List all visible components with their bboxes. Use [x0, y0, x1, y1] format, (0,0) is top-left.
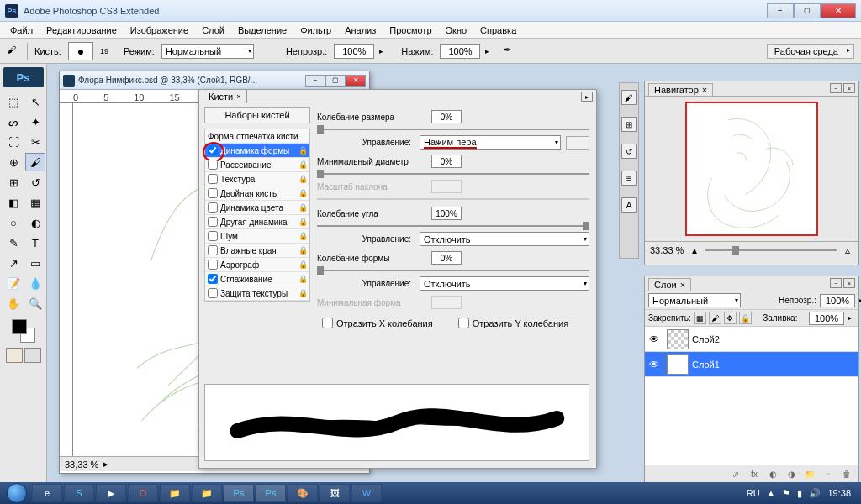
adjustment-layer-icon[interactable]: ◑ [784, 468, 798, 481]
layer-mask-icon[interactable]: ◐ [766, 468, 779, 481]
move-tool[interactable]: ⬚ [3, 92, 24, 111]
angle-jitter-value[interactable]: 100% [431, 207, 462, 220]
lock-pixels-icon[interactable]: 🖌 [709, 312, 721, 324]
zoom-in-button[interactable]: ▵ [842, 244, 853, 256]
taskbar-photoshop-icon[interactable]: Ps [224, 484, 254, 502]
brush-option-row[interactable]: Динамика формы🔒 [205, 144, 309, 158]
blend-mode-dropdown[interactable]: Нормальный [161, 44, 254, 59]
dock-clone-icon[interactable]: ⊞ [621, 117, 637, 132]
size-jitter-slider[interactable] [317, 129, 589, 130]
start-button[interactable] [3, 482, 30, 504]
menu-help[interactable]: Справка [473, 24, 523, 37]
close-icon[interactable]: × [702, 85, 707, 95]
brush-option-row[interactable]: Сглаживание🔒 [205, 272, 309, 286]
heal-tool[interactable]: ⊕ [3, 153, 24, 171]
lock-position-icon[interactable]: ✥ [724, 312, 737, 324]
taskbar-paint-icon[interactable]: 🖼 [320, 484, 350, 502]
shape-tool[interactable]: ▭ [25, 254, 45, 272]
menu-window[interactable]: Окно [439, 24, 474, 37]
brush-option-row[interactable]: Шум🔒 [205, 229, 309, 244]
layer-name[interactable]: Слой2 [692, 334, 720, 344]
tray-lang[interactable]: RU [747, 488, 760, 498]
panel-close-button[interactable]: × [843, 83, 855, 93]
new-layer-icon[interactable]: ▫ [821, 468, 835, 481]
tray-battery-icon[interactable]: ▮ [797, 488, 802, 499]
layers-tab[interactable]: Слои× [648, 278, 691, 291]
zoom-tool[interactable]: 🔍 [25, 294, 45, 312]
layer-opacity-input[interactable]: 100% [820, 294, 855, 307]
window-close-button[interactable] [821, 3, 856, 18]
eraser-tool[interactable]: ◧ [3, 193, 24, 212]
doc-maximize-button[interactable]: ▢ [325, 75, 346, 87]
stamp-tool[interactable]: ⊞ [3, 173, 24, 192]
navigator-tab[interactable]: Навигатор× [648, 83, 713, 96]
taskbar-media-icon[interactable]: ▶ [96, 484, 126, 502]
opacity-input[interactable]: 100% [334, 44, 374, 59]
new-group-icon[interactable]: 📁 [803, 468, 816, 481]
gradient-tool[interactable]: ▦ [25, 193, 45, 212]
workspace-button[interactable]: Рабочая среда [767, 44, 854, 59]
flow-input[interactable]: 100% [440, 44, 480, 59]
brush-option-row[interactable]: Влажные края🔒 [205, 244, 309, 258]
layer-style-icon[interactable]: fx [747, 468, 761, 481]
navigator-thumbnail[interactable] [685, 102, 818, 236]
menu-layer[interactable]: Слой [195, 24, 231, 37]
close-icon[interactable]: × [680, 280, 685, 290]
brush-presets-button[interactable]: Наборы кистей [204, 107, 310, 123]
brush-tool[interactable]: 🖌 [25, 153, 45, 171]
brush-option-row[interactable]: Форма отпечатка кисти [205, 129, 309, 144]
brush-option-checkbox[interactable] [208, 174, 218, 184]
size-jitter-value[interactable]: 0% [431, 110, 462, 123]
min-diameter-slider[interactable] [317, 173, 589, 175]
zoom-status[interactable]: 33,33 % [65, 459, 98, 470]
tray-flag-icon[interactable]: ▲ [767, 488, 776, 498]
wand-tool[interactable]: ✦ [25, 113, 45, 131]
size-control-extra-button[interactable] [566, 136, 589, 150]
navigator-zoom-value[interactable]: 33.33 % [650, 245, 684, 255]
brush-option-checkbox[interactable] [208, 160, 218, 170]
marquee-tool[interactable]: ↖ [25, 92, 45, 111]
tray-clock[interactable]: 19:38 [827, 488, 851, 498]
link-layers-icon[interactable]: ⬀ [729, 468, 742, 481]
panel-collapse-button[interactable]: − [830, 83, 842, 93]
layer-visibility-icon[interactable]: 👁 [645, 352, 663, 376]
layer-row[interactable]: 👁Слой1 [645, 352, 858, 377]
brush-option-row[interactable]: Защита текстуры🔒 [205, 286, 309, 301]
doc-minimize-button[interactable]: − [305, 75, 325, 87]
layer-thumbnail[interactable] [667, 329, 689, 349]
dodge-tool[interactable]: ◐ [25, 213, 45, 232]
roundness-jitter-slider[interactable] [317, 270, 589, 271]
window-maximize-button[interactable] [794, 3, 821, 18]
pen-tool[interactable]: ✎ [3, 234, 24, 252]
taskbar-explorer-icon[interactable]: 📁 [160, 484, 190, 502]
type-tool[interactable]: T [25, 234, 45, 252]
roundness-jitter-value[interactable]: 0% [431, 251, 462, 265]
blur-tool[interactable]: ○ [3, 213, 24, 232]
taskbar-skype-icon[interactable]: S [64, 484, 94, 502]
layer-fill-input[interactable]: 100% [809, 312, 844, 325]
history-brush-tool[interactable]: ↺ [25, 173, 45, 192]
brush-option-checkbox[interactable] [208, 274, 218, 284]
palette-menu-button[interactable]: ▸ [581, 92, 593, 102]
zoom-slider[interactable] [705, 249, 837, 251]
min-diameter-value[interactable]: 0% [431, 155, 462, 168]
panel-close-button[interactable]: × [843, 278, 855, 288]
lock-transparency-icon[interactable]: ▦ [694, 312, 706, 324]
panel-collapse-button[interactable]: − [830, 278, 842, 288]
menu-analysis[interactable]: Анализ [338, 24, 383, 37]
close-icon[interactable]: × [236, 92, 240, 101]
eyedropper-tool[interactable]: 💧 [25, 274, 45, 292]
dock-char-icon[interactable]: A [621, 197, 637, 213]
layer-blend-mode-dropdown[interactable]: Нормальный [648, 293, 741, 307]
brush-option-row[interactable]: Рассеивание🔒 [205, 158, 309, 172]
doc-close-button[interactable]: ✕ [346, 75, 366, 87]
menu-file[interactable]: Файл [3, 24, 40, 37]
delete-layer-icon[interactable]: 🗑 [840, 468, 853, 481]
taskbar-explorer2-icon[interactable]: 📁 [192, 484, 222, 502]
color-swatches[interactable] [12, 319, 35, 343]
menu-filter[interactable]: Фильтр [293, 24, 338, 37]
brush-option-checkbox[interactable] [208, 217, 218, 227]
brush-preset-picker[interactable] [68, 42, 93, 60]
brush-option-row[interactable]: Двойная кисть🔒 [205, 186, 309, 201]
menu-select[interactable]: Выделение [231, 24, 293, 37]
